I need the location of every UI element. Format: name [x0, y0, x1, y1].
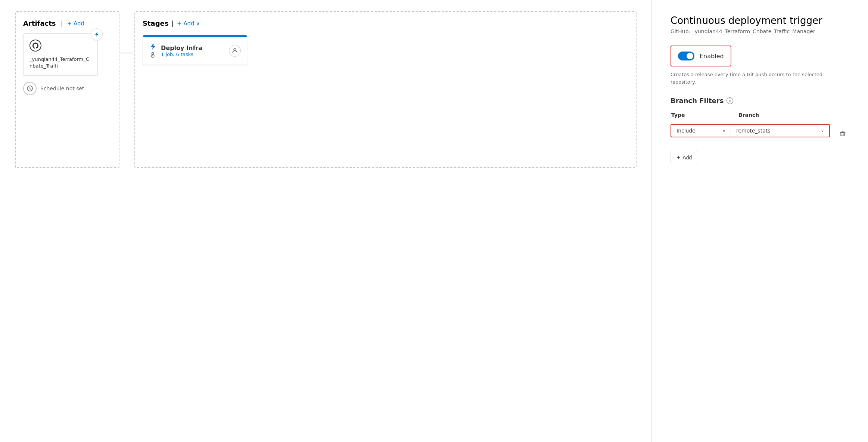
type-dropdown-chevron: ∨: [722, 128, 725, 133]
branch-dropdown-chevron: ∨: [821, 128, 824, 133]
branch-column-header: Branch: [738, 112, 849, 118]
panel-title: Continuous deployment trigger: [671, 15, 849, 26]
stages-title: Stages: [143, 19, 169, 27]
stages-divider: |: [172, 19, 174, 27]
filter-branch-select[interactable]: remote_stats ∨: [731, 125, 829, 137]
artifact-name: _yunqian44_Terraform_Cnbate_Traffi: [29, 56, 91, 69]
left-panel: Artifacts | + Add _yunqian: [0, 0, 651, 442]
stages-add-chevron: ∨: [196, 20, 200, 27]
artifacts-divider: |: [60, 19, 63, 27]
filter-type-value: Include: [676, 128, 696, 134]
lightning-badge: [91, 28, 103, 40]
artifact-card[interactable]: _yunqian44_Terraform_Cnbate_Traffi: [23, 33, 98, 76]
toggle-thumb: [687, 53, 693, 59]
branch-filters-heading: Branch Filters i: [671, 97, 849, 105]
stage-tasks-link[interactable]: 1 job, 6 tasks: [161, 52, 224, 57]
connector: [119, 31, 134, 75]
schedule-label: Schedule not set: [40, 85, 84, 91]
panel-subtitle: GitHub: _yunqian44_Terraform_Cnbate_Traf…: [671, 28, 849, 34]
stage-lightning-icon: [149, 43, 156, 59]
stage-card[interactable]: Deploy Infra 1 job, 6 tasks: [143, 35, 247, 65]
stages-add-label: + Add: [177, 20, 194, 27]
info-icon[interactable]: i: [727, 97, 733, 104]
add-filter-button[interactable]: + Add: [671, 151, 698, 164]
svg-point-4: [234, 49, 236, 51]
connector-line: [119, 53, 134, 53]
delete-filter-button[interactable]: [836, 127, 849, 140]
artifacts-header: Artifacts | + Add: [23, 19, 111, 27]
toggle-label: Enabled: [700, 53, 724, 60]
artifacts-title: Artifacts: [23, 19, 56, 27]
stage-card-body: Deploy Infra 1 job, 6 tasks: [143, 37, 247, 65]
stages-add-button[interactable]: + Add ∨: [177, 20, 200, 27]
schedule-item[interactable]: Schedule not set: [23, 82, 111, 95]
toggle-description: Creates a release every time a Git push …: [671, 71, 849, 85]
toggle-switch[interactable]: [678, 52, 694, 60]
filter-row: Include ∨ remote_stats ∨: [671, 124, 830, 137]
filter-column-headers: Type Branch: [671, 112, 849, 121]
svg-point-3: [152, 53, 154, 55]
stage-user-icon: [229, 45, 241, 57]
branch-filters-label: Branch Filters: [671, 97, 724, 105]
type-column-header: Type: [671, 112, 731, 118]
plus-icon: +: [677, 154, 680, 161]
stages-header: Stages | + Add ∨: [143, 19, 628, 27]
stage-name: Deploy Infra: [161, 44, 224, 52]
svg-point-0: [30, 40, 41, 51]
stages-section: Stages | + Add ∨: [134, 11, 637, 168]
toggle-section[interactable]: Enabled: [671, 46, 731, 66]
artifacts-section: Artifacts | + Add _yunqian: [15, 11, 119, 168]
artifacts-add-button[interactable]: + Add: [67, 20, 84, 27]
schedule-icon: [23, 82, 37, 95]
svg-rect-5: [841, 133, 844, 136]
right-panel: Continuous deployment trigger GitHub: _y…: [651, 0, 868, 442]
add-filter-label: Add: [682, 155, 692, 161]
left-content: Artifacts | + Add _yunqian: [15, 11, 637, 431]
filter-branch-value: remote_stats: [736, 128, 771, 134]
filter-type-select[interactable]: Include ∨: [671, 125, 731, 137]
toggle-track: [678, 52, 694, 60]
github-icon: [29, 40, 91, 53]
stage-info: Deploy Infra 1 job, 6 tasks: [161, 44, 224, 57]
